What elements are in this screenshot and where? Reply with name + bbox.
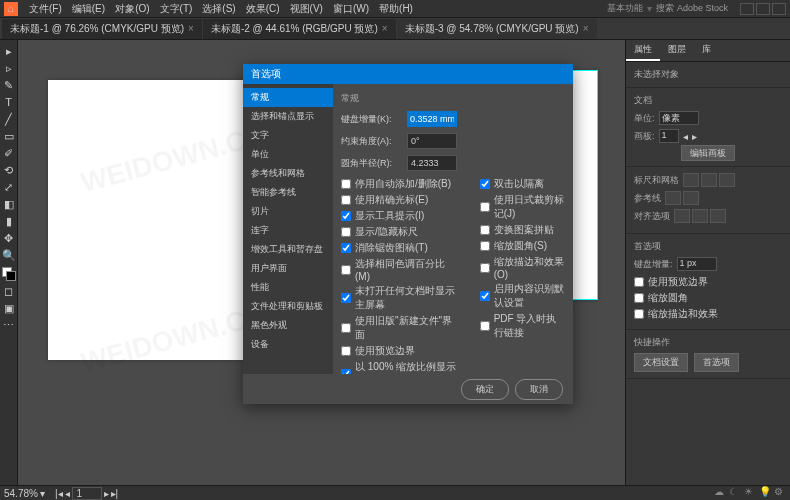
pref-category-4[interactable]: 参考线和网格 [243, 164, 333, 183]
menu-object[interactable]: 对象(O) [110, 2, 154, 16]
direct-select-tool[interactable]: ▹ [2, 61, 16, 75]
pref-category-13[interactable]: 设备 [243, 335, 333, 354]
pref-check-dleft-1[interactable] [341, 195, 351, 205]
pref-check-dleft-8[interactable] [341, 346, 351, 356]
corner-radius-input[interactable] [407, 155, 457, 171]
pref-category-12[interactable]: 黑色外观 [243, 316, 333, 335]
tab-properties[interactable]: 属性 [626, 40, 660, 61]
doc-tab-3[interactable]: 未标题-3 @ 54.78% (CMYK/GPU 预览)× [397, 19, 597, 39]
eyedropper-tool[interactable]: ✥ [2, 231, 16, 245]
menu-effect[interactable]: 效果(C) [241, 2, 285, 16]
pref-category-9[interactable]: 用户界面 [243, 259, 333, 278]
ruler-icon[interactable] [683, 173, 699, 187]
max-icon[interactable] [756, 3, 770, 15]
tab-close-icon[interactable]: × [382, 23, 388, 34]
pref-check-dright-6[interactable] [480, 321, 490, 331]
snap-grid-icon[interactable] [710, 209, 726, 223]
rect-tool[interactable]: ▭ [2, 129, 16, 143]
menu-edit[interactable]: 编辑(E) [67, 2, 110, 16]
next-artboard-icon[interactable]: ▸ [692, 131, 697, 142]
tab-layers[interactable]: 图层 [660, 40, 694, 61]
min-icon[interactable] [740, 3, 754, 15]
type-tool[interactable]: T [2, 95, 16, 109]
pref-check-dleft-4[interactable] [341, 243, 351, 253]
scale-corners-check[interactable] [634, 293, 644, 303]
cloud-icon[interactable]: ☁ [714, 486, 726, 498]
line-tool[interactable]: ╱ [2, 112, 16, 126]
pref-check-dleft-6[interactable] [341, 293, 351, 303]
zoom-level[interactable]: 54.78% [4, 488, 38, 499]
pref-category-6[interactable]: 切片 [243, 202, 333, 221]
scale-strokes-check[interactable] [634, 309, 644, 319]
moon-icon[interactable]: ☾ [729, 486, 741, 498]
nav-first-icon[interactable]: |◂ [55, 488, 63, 499]
guide-icon[interactable] [665, 191, 681, 205]
nav-next-icon[interactable]: ▸ [104, 488, 109, 499]
unit-select[interactable]: 像素 [659, 111, 699, 125]
cancel-button[interactable]: 取消 [515, 379, 563, 400]
fill-mode[interactable]: ◻ [2, 284, 16, 298]
pref-category-2[interactable]: 文字 [243, 126, 333, 145]
tab-libraries[interactable]: 库 [694, 40, 719, 61]
snap-pixel-icon[interactable] [674, 209, 690, 223]
pref-check-dleft-5[interactable] [341, 265, 351, 275]
grid-icon[interactable] [701, 173, 717, 187]
pref-check-dleft-3[interactable] [341, 227, 351, 237]
tab-close-icon[interactable]: × [583, 23, 589, 34]
eraser-tool[interactable]: ◧ [2, 197, 16, 211]
menu-type[interactable]: 文字(T) [155, 2, 198, 16]
guide-lock-icon[interactable] [683, 191, 699, 205]
screen-mode[interactable]: ▣ [2, 301, 16, 315]
menu-help[interactable]: 帮助(H) [374, 2, 418, 16]
selection-tool[interactable]: ▸ [2, 44, 16, 58]
pref-check-dright-3[interactable] [480, 241, 490, 251]
preview-bounds-check[interactable] [634, 277, 644, 287]
pref-category-0[interactable]: 常规 [243, 88, 333, 107]
zoom-tool[interactable]: 🔍 [2, 248, 16, 262]
pref-category-10[interactable]: 性能 [243, 278, 333, 297]
tab-close-icon[interactable]: × [188, 23, 194, 34]
scale-tool[interactable]: ⤢ [2, 180, 16, 194]
close-icon[interactable] [772, 3, 786, 15]
color-swatch[interactable] [2, 267, 16, 281]
bulb-icon[interactable]: 💡 [759, 486, 771, 498]
snap-point-icon[interactable] [692, 209, 708, 223]
menu-window[interactable]: 窗口(W) [328, 2, 374, 16]
transparency-icon[interactable] [719, 173, 735, 187]
stock-search[interactable]: 搜索 Adobe Stock [656, 2, 728, 15]
sun-icon[interactable]: ☀ [744, 486, 756, 498]
pref-category-1[interactable]: 选择和锚点显示 [243, 107, 333, 126]
gear-icon[interactable]: ⚙ [774, 486, 786, 498]
pref-check-dleft-7[interactable] [341, 323, 351, 333]
rotate-tool[interactable]: ⟲ [2, 163, 16, 177]
prev-artboard-icon[interactable]: ◂ [683, 131, 688, 142]
pref-category-7[interactable]: 连字 [243, 221, 333, 240]
home-icon[interactable]: ⌂ [4, 2, 18, 16]
pref-category-3[interactable]: 单位 [243, 145, 333, 164]
key-increment-input[interactable]: 1 px [677, 257, 717, 271]
doc-tab-1[interactable]: 未标题-1 @ 76.26% (CMYK/GPU 预览)× [2, 19, 202, 39]
pref-check-dright-2[interactable] [480, 225, 490, 235]
menu-select[interactable]: 选择(S) [197, 2, 240, 16]
pref-check-dright-1[interactable] [480, 202, 490, 212]
pref-check-dright-4[interactable] [480, 263, 490, 273]
doc-setup-button[interactable]: 文档设置 [634, 353, 688, 372]
pref-check-dleft-9[interactable] [341, 369, 351, 374]
pen-tool[interactable]: ✎ [2, 78, 16, 92]
pref-check-dright-0[interactable] [480, 179, 490, 189]
pref-category-8[interactable]: 增效工具和暂存盘 [243, 240, 333, 259]
gradient-tool[interactable]: ▮ [2, 214, 16, 228]
edit-artboards-button[interactable]: 编辑画板 [681, 145, 735, 161]
pref-category-5[interactable]: 智能参考线 [243, 183, 333, 202]
workspace-label[interactable]: 基本功能 [607, 2, 643, 15]
nav-last-icon[interactable]: ▸| [111, 488, 119, 499]
pref-category-11[interactable]: 文件处理和剪贴板 [243, 297, 333, 316]
doc-tab-2[interactable]: 未标题-2 @ 44.61% (RGB/GPU 预览)× [203, 19, 396, 39]
brush-tool[interactable]: ✐ [2, 146, 16, 160]
ok-button[interactable]: 确定 [461, 379, 509, 400]
preferences-button[interactable]: 首选项 [694, 353, 739, 372]
pref-check-dleft-0[interactable] [341, 179, 351, 189]
artboard-num[interactable]: 1 [659, 129, 679, 143]
edit-toolbar[interactable]: ⋯ [2, 318, 16, 332]
constrain-angle-input[interactable] [407, 133, 457, 149]
